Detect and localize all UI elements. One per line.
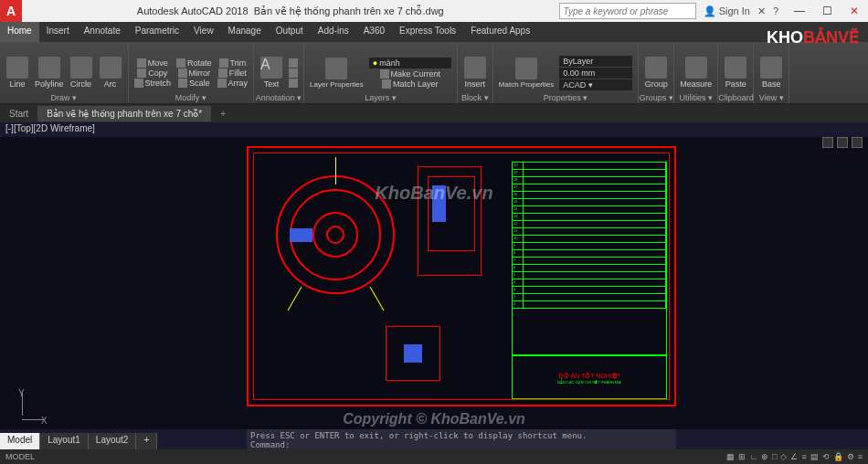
lineweight-dropdown[interactable]: 0.00 mm <box>559 68 632 79</box>
ortho-toggle-icon[interactable]: ∟ <box>749 452 757 461</box>
tab-manage[interactable]: Manage <box>221 22 269 42</box>
polar-toggle-icon[interactable]: ⊕ <box>761 452 768 461</box>
trim-button[interactable]: Trim <box>219 58 247 68</box>
3dosnap-toggle-icon[interactable]: ◇ <box>780 452 787 461</box>
drawing-tab[interactable]: Bản vẽ hệ thống phanh trên xe 7 chỗ* <box>37 106 211 121</box>
app-icon[interactable]: A <box>0 0 22 22</box>
otrack-toggle-icon[interactable]: ∠ <box>790 452 798 461</box>
move-button[interactable]: Move <box>137 58 168 68</box>
tab-addins[interactable]: Add-ins <box>311 22 356 42</box>
view-group-label[interactable]: View ▾ <box>754 93 789 102</box>
title-bar: A Autodesk AutoCAD 2018 Bản vẽ hệ thống … <box>0 0 868 22</box>
drawing-border: 20 19 18 17 16 15 14 13 12 11 10 9 8 7 6… <box>247 146 676 406</box>
tab-parametric[interactable]: Parametric <box>128 22 186 42</box>
window-title: Autodesk AutoCAD 2018 Bản vẽ hệ thống ph… <box>22 5 559 17</box>
block-group-label[interactable]: Block ▾ <box>458 93 492 102</box>
add-layout-button[interactable]: + <box>136 433 157 449</box>
tab-annotate[interactable]: Annotate <box>77 22 128 42</box>
status-bar: MODEL ▦ ⊞ ∟ ⊕ □ ◇ ∠ ≡ ▤ ⟲ 🔒 ⚙ ≡ <box>0 449 868 464</box>
transparency-toggle-icon[interactable]: ▤ <box>810 452 819 461</box>
osnap-toggle-icon[interactable]: □ <box>772 452 777 461</box>
maximize-button[interactable]: ☐ <box>813 0 841 22</box>
make-current-button[interactable]: Make Current <box>380 69 441 79</box>
exchange-icon[interactable]: ✕ <box>757 5 766 17</box>
tab-featured[interactable]: Featured Apps <box>463 22 537 42</box>
ribbon-panel: Line Polyline Circle Arc Draw ▾ Move Cop… <box>0 42 868 104</box>
help-icon[interactable]: ? <box>773 5 778 16</box>
parts-list-table: 20 19 18 17 16 15 14 13 12 11 10 9 8 7 6… <box>512 162 667 399</box>
annotation-scale-icon[interactable]: 🔒 <box>833 452 843 461</box>
modify-group-label[interactable]: Modify ▾ <box>129 93 254 102</box>
viewport-label[interactable]: [-][Top][2D Wireframe] <box>0 122 868 137</box>
model-tab[interactable]: Model <box>0 433 40 449</box>
clipboard-group-label[interactable]: Clipboard <box>718 93 753 102</box>
tab-a360[interactable]: A360 <box>356 22 392 42</box>
layout2-tab[interactable]: Layout2 <box>89 433 137 449</box>
utilities-group-label[interactable]: Utilities ▾ <box>674 93 717 102</box>
ribbon-tabs: Home Insert Annotate Parametric View Man… <box>0 22 868 42</box>
fillet-button[interactable]: Fillet <box>218 69 247 78</box>
annotation-group-label[interactable]: Annotation ▾ <box>254 93 303 102</box>
properties-group-label[interactable]: Properties ▾ <box>493 93 638 102</box>
layer-dropdown[interactable]: ● mành <box>369 58 451 69</box>
watermark-logo: KHOBẢNVẼ <box>767 27 859 47</box>
viewport-minimize-icon[interactable] <box>822 137 833 148</box>
workspace-icon[interactable]: ⚙ <box>847 452 854 461</box>
cycling-toggle-icon[interactable]: ⟲ <box>822 452 830 461</box>
signin-button[interactable]: 👤 Sign In <box>704 5 750 17</box>
tab-output[interactable]: Output <box>269 22 311 42</box>
linetype-dropdown[interactable]: ACAD ▾ <box>559 79 632 90</box>
rotate-button[interactable]: Rotate <box>176 58 212 68</box>
drawing-canvas[interactable]: 20 19 18 17 16 15 14 13 12 11 10 9 8 7 6… <box>0 137 868 429</box>
customize-icon[interactable]: ≡ <box>858 452 863 461</box>
brake-detail-view <box>367 317 459 390</box>
minimize-button[interactable]: — <box>786 0 813 22</box>
draw-group-label[interactable]: Draw ▾ <box>0 93 128 102</box>
snap-toggle-icon[interactable]: ⊞ <box>738 452 746 461</box>
color-dropdown[interactable]: ByLayer <box>559 56 632 67</box>
model-space-button[interactable]: MODEL <box>0 452 40 461</box>
tab-insert[interactable]: Insert <box>39 22 77 42</box>
match-layer-button[interactable]: Match Layer <box>382 79 439 89</box>
viewport-maximize-icon[interactable] <box>837 137 848 148</box>
layers-group-label[interactable]: Layers ▾ <box>304 93 457 102</box>
groups-group-label[interactable]: Groups ▾ <box>639 93 673 102</box>
lineweight-toggle-icon[interactable]: ≡ <box>801 452 806 461</box>
help-search-input[interactable] <box>559 3 696 19</box>
viewport-close-icon[interactable] <box>852 137 863 148</box>
brake-side-view <box>418 166 482 276</box>
new-tab-button[interactable]: + <box>211 106 235 121</box>
grid-toggle-icon[interactable]: ▦ <box>726 452 735 461</box>
title-block: ĐỒ ÁN TỐT NGHIỆP BẢN CÁC CỤM CHI TIẾT PH… <box>513 354 666 400</box>
brake-disc-front-view <box>267 166 404 303</box>
document-tabs: Start Bản vẽ hệ thống phanh trên xe 7 ch… <box>0 104 868 122</box>
tab-express[interactable]: Express Tools <box>392 22 463 42</box>
array-button[interactable]: Array <box>217 79 249 88</box>
close-button[interactable]: ✕ <box>841 0 868 22</box>
copy-button[interactable]: Copy <box>137 69 167 78</box>
layout1-tab[interactable]: Layout1 <box>40 433 89 449</box>
scale-button[interactable]: Scale <box>178 79 210 88</box>
tab-home[interactable]: Home <box>0 22 39 42</box>
stretch-button[interactable]: Stretch <box>134 79 172 88</box>
start-tab[interactable]: Start <box>0 106 37 121</box>
tab-view[interactable]: View <box>186 22 221 42</box>
mirror-button[interactable]: Mirror <box>178 69 211 78</box>
layout-tabs: Model Layout1 Layout2 + <box>0 433 157 449</box>
